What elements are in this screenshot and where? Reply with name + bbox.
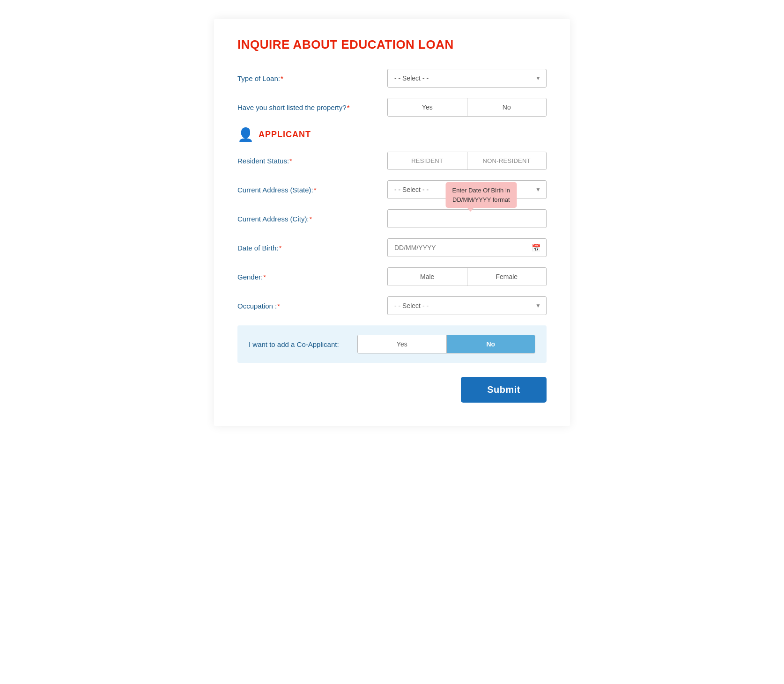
- property-toggle-group: Yes No: [387, 98, 547, 117]
- submit-row: Submit: [237, 377, 547, 403]
- gender-control: Male Female: [387, 267, 547, 286]
- resident-status-control: RESIDENT NON-RESIDENT: [387, 152, 547, 170]
- dob-label: Date of Birth:*: [237, 244, 387, 252]
- submit-button[interactable]: Submit: [461, 377, 547, 403]
- resident-status-label: Resident Status:*: [237, 157, 387, 165]
- dob-row: Date of Birth:* 📅: [237, 238, 547, 257]
- property-control: Yes No: [387, 98, 547, 117]
- city-input[interactable]: [387, 209, 547, 228]
- person-icon: 👤: [237, 127, 254, 142]
- occupation-row: Occupation :* - - Select - -: [237, 296, 547, 315]
- resident-button[interactable]: RESIDENT: [388, 152, 467, 169]
- resident-status-row: Resident Status:* RESIDENT NON-RESIDENT: [237, 152, 547, 170]
- occupation-select-wrapper: - - Select - -: [387, 296, 547, 315]
- type-of-loan-select-wrapper: - - Select - -: [387, 69, 547, 88]
- gender-label: Gender:*: [237, 273, 387, 281]
- gender-toggle-group: Male Female: [387, 267, 547, 286]
- type-of-loan-label: Type of Loan:*: [237, 74, 387, 82]
- page-title: INQUIRE ABOUT EDUCATION LOAN: [237, 37, 547, 52]
- property-label: Have you short listed the property?*: [237, 103, 387, 111]
- applicant-section-title: APPLICANT: [259, 130, 311, 140]
- co-no-button[interactable]: No: [447, 335, 535, 353]
- date-input-wrapper: 📅: [387, 238, 547, 257]
- city-row: Current Address (City):* Enter Date Of B…: [237, 209, 547, 228]
- state-label: Current Address (State):*: [237, 186, 387, 194]
- city-label: Current Address (City):*: [237, 215, 387, 223]
- occupation-select[interactable]: - - Select - -: [387, 296, 547, 315]
- property-yes-button[interactable]: Yes: [388, 98, 467, 116]
- non-resident-button[interactable]: NON-RESIDENT: [467, 152, 547, 169]
- co-toggle-group: Yes No: [357, 335, 535, 353]
- form-container: INQUIRE ABOUT EDUCATION LOAN Type of Loa…: [214, 19, 570, 426]
- co-yes-button[interactable]: Yes: [358, 335, 447, 353]
- type-of-loan-control: - - Select - -: [387, 69, 547, 88]
- property-row: Have you short listed the property?* Yes…: [237, 98, 547, 117]
- type-of-loan-select[interactable]: - - Select - -: [387, 69, 547, 88]
- dob-tooltip: Enter Date Of Birth in DD/MM/YYYY format: [446, 182, 517, 208]
- applicant-section-header: 👤 APPLICANT: [237, 127, 547, 142]
- city-control: Enter Date Of Birth in DD/MM/YYYY format: [387, 209, 547, 228]
- occupation-label: Occupation :*: [237, 302, 387, 310]
- co-applicant-section: I want to add a Co-Applicant: Yes No: [237, 325, 547, 363]
- occupation-control: - - Select - -: [387, 296, 547, 315]
- gender-row: Gender:* Male Female: [237, 267, 547, 286]
- female-button[interactable]: Female: [467, 268, 547, 286]
- dob-control: 📅: [387, 238, 547, 257]
- co-applicant-label: I want to add a Co-Applicant:: [249, 340, 357, 348]
- dob-input[interactable]: [387, 238, 547, 257]
- male-button[interactable]: Male: [388, 268, 467, 286]
- resident-toggle-group: RESIDENT NON-RESIDENT: [387, 152, 547, 170]
- property-no-button[interactable]: No: [467, 98, 547, 116]
- type-of-loan-row: Type of Loan:* - - Select - -: [237, 69, 547, 88]
